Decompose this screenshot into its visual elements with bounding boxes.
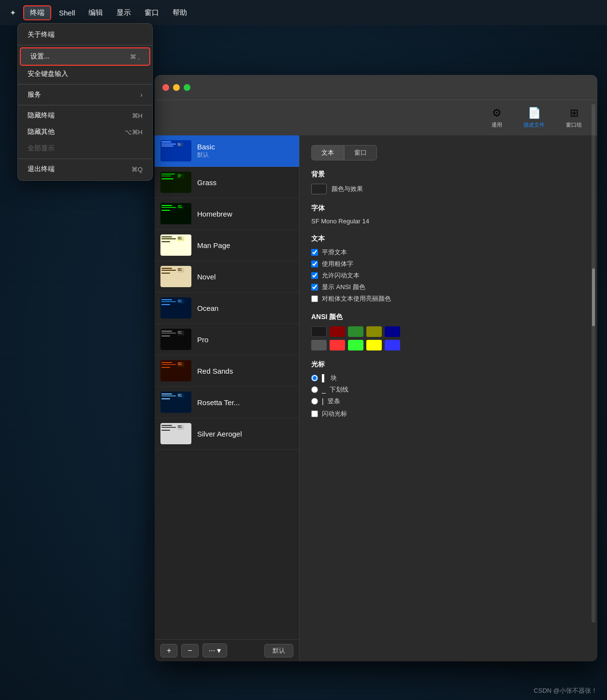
apple-logo[interactable]: ✦ [8, 8, 17, 17]
svg-rect-9 [161, 174, 175, 175]
profile-item-manpage[interactable]: Man Page [155, 230, 299, 261]
smooth-text-checkbox[interactable] [311, 249, 318, 256]
svg-rect-67 [161, 395, 176, 396]
profile-item-ocean[interactable]: Ocean [155, 292, 299, 324]
profile-item-novel[interactable]: Novel [155, 261, 299, 292]
svg-rect-31 [178, 238, 181, 238]
svg-rect-48 [178, 302, 182, 302]
profile-item-silver[interactable]: Silver Aerogel [155, 418, 299, 450]
svg-rect-63 [178, 364, 181, 364]
profile-info-homebrew: Homebrew [197, 210, 232, 218]
menu-separator-1 [18, 45, 152, 45]
menu-separator-4 [18, 159, 152, 159]
chevron-down-icon: ▾ [217, 646, 221, 655]
menu-edit[interactable]: 编辑 [83, 6, 109, 19]
svg-rect-7 [178, 145, 180, 146]
svg-rect-2 [161, 144, 176, 145]
menu-help[interactable]: 帮助 [167, 6, 193, 19]
svg-rect-18 [161, 205, 172, 206]
profile-item-redsands[interactable]: Red Sands [155, 355, 299, 387]
tab-profiles[interactable]: 📄 描述文件 [518, 104, 550, 131]
ansi-color-bright-yellow[interactable] [366, 340, 382, 350]
blink-cursor-checkbox[interactable] [311, 410, 318, 417]
svg-rect-3 [161, 146, 173, 146]
svg-rect-19 [161, 207, 176, 208]
gear-icon: ⚙ [492, 107, 502, 119]
cursor-section: 光标 ▌ 块 _ 下划线 | 竖条 [311, 360, 586, 418]
blink-cursor-label: 闪动光标 [322, 409, 347, 418]
menu-shell[interactable]: Shell [53, 7, 81, 19]
cursor-underline-icon: _ [322, 386, 326, 394]
ansi-colors-checkbox[interactable] [311, 284, 318, 291]
ansi-color-dark-blue[interactable] [385, 326, 400, 337]
remove-profile-button[interactable]: − [181, 644, 198, 657]
ansi-color-black[interactable] [311, 326, 327, 337]
tab-general[interactable]: ⚙ 通用 [486, 104, 508, 131]
ansi-color-bright-red[interactable] [330, 340, 345, 350]
profile-info-basic: Basic 默认 [197, 143, 215, 159]
svg-rect-70 [178, 394, 182, 394]
ansi-color-gray[interactable] [311, 340, 327, 350]
close-button[interactable] [162, 84, 169, 91]
svg-rect-24 [178, 207, 183, 208]
blink-text-checkbox[interactable] [311, 272, 318, 279]
svg-rect-28 [161, 241, 170, 242]
bright-bold-checkbox[interactable] [311, 295, 318, 302]
cursor-title: 光标 [311, 360, 586, 369]
menu-terminal[interactable]: 终端 [23, 5, 51, 20]
menu-hide-terminal[interactable]: 隐藏终端 ⌘H [18, 107, 152, 124]
profile-item-rosetta[interactable]: Rosetta Ter... [155, 387, 299, 418]
ansi-color-dark-red[interactable] [330, 326, 345, 337]
cursor-options: ▌ 块 _ 下划线 | 竖条 [311, 374, 586, 406]
menu-window[interactable]: 窗口 [139, 6, 165, 19]
add-profile-button[interactable]: + [160, 644, 177, 657]
ansi-color-swatches [311, 326, 586, 350]
menu-settings[interactable]: 设置... ⌘ , [20, 47, 150, 66]
menu-display[interactable]: 显示 [111, 6, 137, 19]
text-title: 文本 [311, 234, 586, 243]
tab-text[interactable]: 文本 [311, 145, 344, 160]
set-default-button[interactable]: 默认 [264, 644, 293, 657]
menu-quit-terminal[interactable]: 退出终端 ⌘Q [18, 161, 152, 177]
svg-rect-34 [161, 268, 172, 269]
profile-item-grass[interactable]: Grass [155, 167, 299, 198]
scrollbar[interactable] [592, 135, 595, 623]
bold-text-checkbox[interactable] [311, 261, 318, 267]
profile-thumb-grass [160, 172, 191, 193]
tab-window[interactable]: 窗口 [344, 145, 377, 160]
cursor-bar-radio[interactable] [311, 398, 318, 405]
svg-rect-42 [161, 299, 172, 300]
menu-about-terminal[interactable]: 关于终端 [18, 27, 152, 43]
minimize-button[interactable] [173, 84, 180, 91]
cursor-block-radio[interactable] [311, 375, 318, 381]
svg-rect-47 [178, 301, 181, 301]
menu-secure-keyboard[interactable]: 安全键盘输入 [18, 66, 152, 82]
blink-text-label: 允许闪动文本 [322, 271, 360, 280]
svg-rect-71 [178, 395, 181, 395]
ansi-color-dark-green[interactable] [348, 326, 363, 337]
ansi-color-dark-yellow[interactable] [366, 326, 382, 337]
background-color-row: 颜色与效果 [311, 184, 586, 194]
menu-show-all: 全部显示 [18, 140, 152, 157]
bright-bold-label: 对粗体文本使用亮丽颜色 [322, 294, 391, 303]
ansi-color-bright-green[interactable] [348, 340, 363, 350]
svg-rect-0 [160, 140, 191, 161]
svg-rect-16 [178, 177, 180, 177]
more-options-button[interactable]: ··· ▾ [202, 643, 228, 657]
profile-item-homebrew[interactable]: Homebrew [155, 198, 299, 230]
cursor-underline-radio[interactable] [311, 386, 318, 393]
maximize-button[interactable] [184, 84, 190, 91]
profile-item-basic[interactable]: Basic 默认 [155, 135, 299, 167]
menu-services[interactable]: 服务 › [18, 87, 152, 103]
svg-rect-23 [178, 206, 181, 207]
font-value: SF Mono Regular 14 [311, 218, 369, 225]
tab-window-groups[interactable]: ⊞ 窗口组 [560, 104, 588, 131]
svg-rect-22 [178, 205, 182, 206]
background-color-preview[interactable] [311, 184, 327, 194]
svg-rect-60 [161, 367, 170, 368]
smooth-text-option: 平滑文本 [311, 248, 586, 257]
ansi-color-bright-blue[interactable] [385, 340, 400, 350]
menu-hide-others[interactable]: 隐藏其他 ⌥⌘H [18, 124, 152, 140]
profile-item-pro[interactable]: Pro [155, 324, 299, 355]
blink-cursor-option: 闪动光标 [311, 409, 586, 418]
